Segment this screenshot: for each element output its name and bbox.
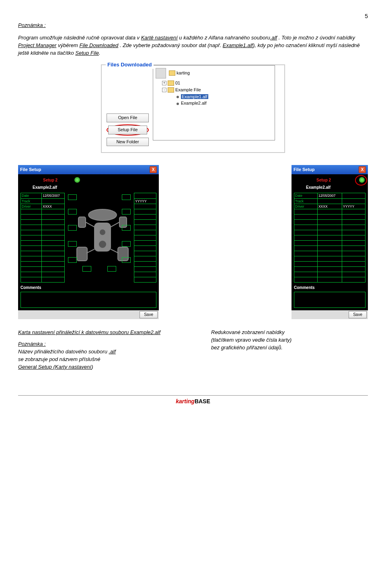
svg-rect-1 bbox=[78, 217, 86, 227]
setup-table-right: YYYYY bbox=[134, 193, 156, 283]
folder-icon bbox=[168, 80, 174, 86]
svg-point-6 bbox=[99, 229, 106, 235]
svg-point-7 bbox=[99, 240, 107, 248]
setup-table-compact: Date12/05/2007 Track DriverXXXXYYYYY bbox=[294, 193, 365, 283]
close-icon[interactable]: X bbox=[359, 166, 366, 173]
page-number: 5 bbox=[18, 12, 368, 20]
files-legend: Files Downloaded bbox=[106, 61, 154, 69]
folder-icon bbox=[169, 70, 175, 76]
window-title: File Setup bbox=[294, 167, 315, 173]
kart-diagram bbox=[66, 193, 132, 273]
comments-label: Comments bbox=[294, 285, 365, 291]
file-setup-window-large: File Setup X Setup 2 Example2.alf Date12… bbox=[18, 165, 159, 319]
tree-file-example2[interactable]: Example2.alf bbox=[181, 101, 207, 105]
files-downloaded-panel: Files Downloaded Open File Setup File Ne… bbox=[101, 64, 285, 153]
setup-filename: Example2.alf bbox=[306, 185, 365, 191]
comments-input[interactable] bbox=[294, 292, 365, 308]
folder-icon bbox=[168, 87, 174, 93]
close-icon[interactable]: X bbox=[150, 166, 157, 173]
file-icon bbox=[177, 96, 179, 98]
save-button[interactable]: Save bbox=[349, 311, 367, 319]
setup-filename: Example2.alf bbox=[33, 185, 156, 191]
comments-input[interactable] bbox=[21, 292, 156, 308]
setup-file-button[interactable]: Setup File bbox=[108, 126, 147, 134]
expand-icon[interactable]: + bbox=[162, 81, 166, 85]
open-file-button[interactable]: Open File bbox=[107, 113, 149, 122]
logo-base: BASE bbox=[195, 398, 210, 404]
svg-rect-3 bbox=[77, 247, 87, 261]
tree-node-examplefile[interactable]: Example File bbox=[175, 87, 201, 92]
logo-karting: karting bbox=[176, 398, 195, 404]
tree-file-example1[interactable]: Example1.alf bbox=[181, 94, 208, 99]
tree-node-01[interactable]: 01 bbox=[175, 80, 180, 85]
new-folder-button[interactable]: New Folder bbox=[107, 138, 149, 146]
window-title: File Setup bbox=[20, 167, 41, 173]
caption-left: Karta nastavení přináležící k datovému s… bbox=[18, 329, 171, 371]
collapse-icon[interactable]: - bbox=[162, 88, 166, 92]
note-heading: Poznámka : bbox=[18, 22, 368, 29]
file-setup-window-small: File Setup X Setup 2 Example2.alf Date12… bbox=[292, 165, 368, 319]
footer: kartingBASE bbox=[18, 395, 368, 406]
svg-point-0 bbox=[88, 209, 117, 221]
svg-line-9 bbox=[111, 222, 119, 227]
file-tree[interactable]: karting +01 -Example File Example1.alf E… bbox=[153, 65, 275, 140]
save-button[interactable]: Save bbox=[140, 311, 158, 319]
setup-header: Setup 2 bbox=[43, 177, 156, 184]
svg-line-8 bbox=[86, 222, 94, 227]
paragraph-1: Program umožňuje následně ručně opravova… bbox=[18, 34, 368, 57]
tree-node-karting[interactable]: karting bbox=[177, 70, 190, 75]
caption-right: Redukované zobrazení nabídky (tlačítkem … bbox=[211, 329, 332, 371]
file-icon bbox=[177, 103, 179, 105]
red-highlight bbox=[355, 175, 367, 186]
drive-icon bbox=[156, 68, 166, 78]
comments-label: Comments bbox=[21, 285, 156, 291]
setup-table-left: Date12/05/2007 Track DriverXXXX bbox=[21, 193, 65, 283]
